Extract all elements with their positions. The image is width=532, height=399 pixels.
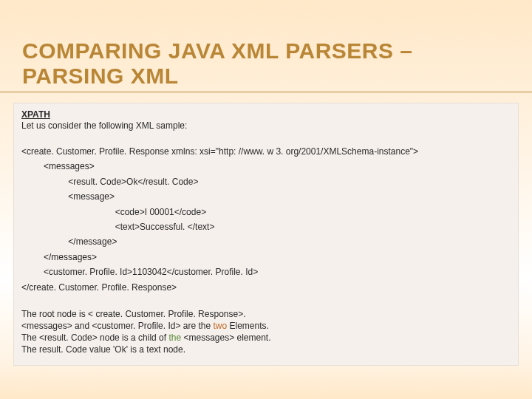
note-line-2-post: Elements. <box>227 321 269 331</box>
note-line-3-post: <messages> element. <box>181 332 270 343</box>
explanation-notes: The root node is < create. Customer. Pro… <box>21 308 511 356</box>
note-line-3-kw: the <box>168 332 181 343</box>
page-title: COMPARING JAVA XML PARSERS – PARSING XML <box>0 0 532 92</box>
note-line-3-pre: The <result. Code> node is a child of <box>21 332 168 343</box>
xml-sample: <create. Customer. Profile. Response xml… <box>21 144 511 295</box>
note-line-2: <messages> and <customer. Profile. Id> a… <box>21 320 511 332</box>
intro-text: Let us consider the following XML sample… <box>21 120 511 131</box>
note-line-1: The root node is < create. Customer. Pro… <box>21 308 511 320</box>
note-line-3: The <result. Code> node is a child of th… <box>21 332 511 344</box>
note-line-4: The result. Code value 'Ok' is a text no… <box>21 344 511 355</box>
slide: COMPARING JAVA XML PARSERS – PARSING XML… <box>0 0 532 399</box>
section-label: XPATH <box>21 109 511 120</box>
content-box: XPATH Let us consider the following XML … <box>13 103 519 366</box>
note-line-2-kw: two <box>213 321 227 331</box>
note-line-2-pre: <messages> and <customer. Profile. Id> a… <box>21 321 213 331</box>
